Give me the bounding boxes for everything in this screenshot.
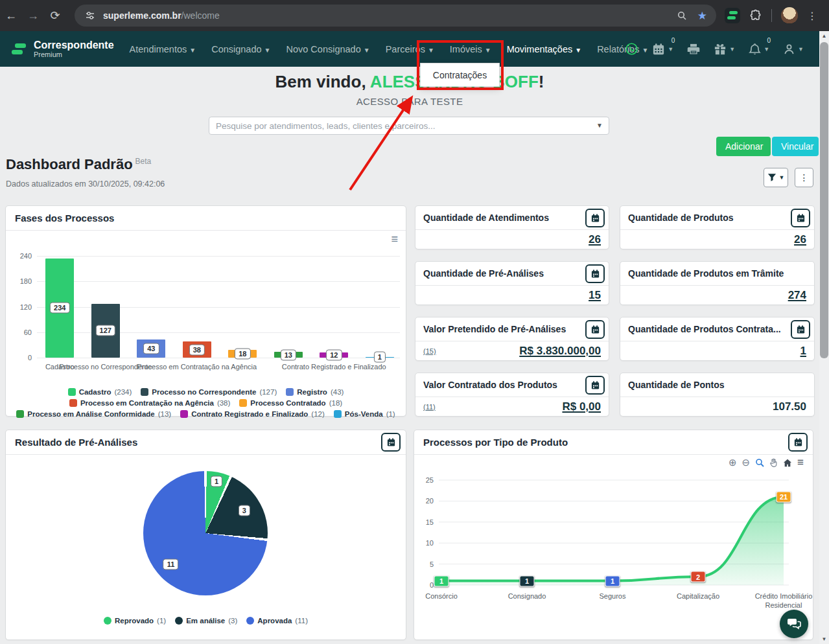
stat-value[interactable]: R$ 0,00 (562, 400, 601, 413)
legend-item[interactable]: Processo em Contratação na Agência (38) (69, 399, 230, 407)
browser-reload-icon[interactable]: ⟳ (44, 8, 66, 23)
search-input[interactable] (209, 117, 609, 135)
stat-card-header: Valor Contratado dos Produtos (415, 373, 609, 397)
user-icon[interactable]: ▼ (783, 43, 804, 56)
menu-dropdown-contratacoes[interactable]: Contratações (420, 63, 500, 87)
bar-value-label: 1 (374, 352, 386, 363)
stat-card-body: (11)R$ 0,00 (415, 397, 609, 417)
calendar-filter-button[interactable] (791, 320, 810, 339)
y-axis-tick-label: 15 (414, 518, 434, 526)
legend-item[interactable]: Em análise (3) (175, 617, 237, 625)
y-axis-tick-label: 60 (10, 328, 32, 336)
chat-bubble-button[interactable] (780, 610, 808, 638)
adicionar-button[interactable]: Adicionar (716, 137, 771, 156)
legend-item[interactable]: Contrato Registrado e Finalizado (12) (180, 410, 325, 418)
extensions-puzzle-icon[interactable] (749, 9, 762, 22)
gift-icon[interactable]: ▼ (714, 43, 735, 56)
legend-item[interactable]: Pós-Venda (1) (334, 410, 395, 418)
calendar-filter-button[interactable] (585, 264, 605, 283)
filter-button[interactable]: ▼ (764, 168, 788, 187)
nav-item-novo-consignado[interactable]: Novo Consignado▼ (286, 44, 369, 54)
browser-profile-avatar[interactable] (781, 7, 798, 24)
stat-title: Valor Contratado dos Produtos (423, 380, 585, 390)
legend-item[interactable]: Registro (43) (286, 388, 344, 396)
nav-item-imoveis[interactable]: Imóveis▼ (450, 44, 491, 54)
calendar-filter-button[interactable] (585, 209, 605, 227)
whatsapp-icon[interactable] (625, 42, 638, 56)
page-scrollbar[interactable]: ▲ ▼ (819, 31, 829, 644)
chevron-down-icon: ▼ (575, 47, 581, 54)
access-subtitle: ACESSO PARA TESTE (0, 96, 819, 107)
pie-chart[interactable] (143, 471, 268, 595)
legend-item[interactable]: Processo Contratado (18) (239, 399, 342, 407)
global-search: ▼ (209, 117, 609, 135)
stat-link[interactable]: (11) (423, 403, 436, 411)
nav-item-consignado[interactable]: Consignado▼ (211, 44, 270, 54)
nav-item-atendimentos[interactable]: Atendimentos▼ (130, 44, 196, 54)
legend-item[interactable]: Reprovado (1) (104, 617, 166, 625)
site-settings-icon[interactable] (84, 9, 97, 22)
funnel-icon (767, 173, 776, 182)
y-axis-tick-label: 5 (414, 560, 434, 568)
y-axis-tick-label: 180 (10, 277, 32, 285)
scroll-down-arrow-icon[interactable]: ▼ (819, 634, 829, 644)
legend-count: (234) (114, 388, 132, 396)
superleme-extension-icon[interactable] (725, 8, 740, 23)
calendar-icon (590, 325, 600, 334)
stat-card-header: Valor Pretendido de Pré-Análises (415, 317, 609, 341)
bell-icon[interactable]: 0 ▼ (749, 43, 769, 56)
x-axis-label: Consórcio (410, 592, 473, 601)
pie-chart-legend: Reprovado (1)Em análise (3)Aprovada (11) (6, 617, 406, 625)
vincular-button[interactable]: Vincular (772, 137, 819, 156)
stat-card: Valor Contratado dos Produtos(11)R$ 0,00 (415, 373, 609, 417)
address-bar[interactable]: superleme.com.br/welcome ★ (75, 5, 716, 27)
calendar-filter-button[interactable] (381, 433, 401, 452)
brand-title: Correspondente (34, 40, 114, 51)
stat-card-header: Quantidade de Pré-Análises (415, 262, 609, 286)
calendar-filter-button[interactable] (585, 320, 605, 339)
pie-value-label: 3 (239, 505, 250, 516)
stat-value[interactable]: R$ 3.830.000,00 (519, 345, 601, 358)
stat-value[interactable]: 274 (788, 289, 806, 302)
stat-value[interactable]: 26 (794, 233, 806, 246)
legend-label: Em análise (186, 617, 225, 625)
stat-value[interactable]: 15 (589, 289, 601, 302)
legend-count: (127) (259, 388, 277, 396)
stat-card-body: 107.50 (620, 397, 814, 417)
page-title: Dashboard PadrãoBeta (6, 156, 151, 173)
legend-item[interactable]: Cadastro (234) (68, 388, 132, 396)
stat-card: Quantidade de Pré-Análises15 (415, 261, 609, 305)
line-chart: 0510152025ConsórcioConsignadoSegurosCapi… (414, 430, 814, 641)
legend-swatch (141, 388, 148, 396)
nav-item-parceiros[interactable]: Parceiros▼ (386, 44, 434, 54)
calendar-filter-button[interactable] (791, 209, 810, 227)
scroll-up-arrow-icon[interactable]: ▲ (819, 31, 829, 41)
browser-menu-icon[interactable]: ⋮ (807, 10, 817, 22)
browser-forward-icon[interactable]: → (22, 9, 44, 23)
point-value-label: 2 (691, 571, 706, 582)
nav-item-movimentacoes[interactable]: Movimentações▼ (507, 44, 581, 54)
chevron-down-icon: ▼ (264, 47, 271, 54)
brand-logo-block[interactable]: Correspondente Premium (0, 40, 114, 58)
card-title: Resultado de Pré-Análises (15, 437, 381, 448)
x-axis-label: Consignado (496, 592, 558, 601)
stat-card-header: Quantidade de Pontos (620, 373, 814, 397)
printer-icon[interactable] (687, 43, 700, 56)
legend-item[interactable]: Processo no Correspondente (127) (141, 388, 277, 396)
calendar-filter-button[interactable] (585, 376, 605, 395)
beta-badge: Beta (135, 157, 152, 166)
stat-value[interactable]: 1 (800, 345, 806, 358)
scrollbar-thumb[interactable] (820, 42, 828, 358)
legend-item[interactable]: Aprovada (11) (246, 617, 308, 625)
nav-item-label: Atendimentos (130, 44, 187, 54)
legend-item[interactable]: Processo em Análise Conformidade (13) (16, 410, 171, 418)
bookmark-star-icon[interactable]: ★ (697, 9, 707, 23)
browser-toolbar: ← → ⟳ superleme.com.br/welcome ★ ⋮ (0, 0, 829, 31)
stat-link[interactable]: (15) (423, 347, 436, 355)
stat-value[interactable]: 26 (589, 233, 601, 246)
calendar-icon[interactable]: 0 ▼ (652, 43, 673, 56)
url-text[interactable]: superleme.com.br/welcome (103, 10, 220, 21)
browser-back-icon[interactable]: ← (0, 9, 22, 23)
more-options-button[interactable]: ⋮ (795, 168, 813, 187)
search-tabs-icon[interactable] (677, 10, 687, 21)
